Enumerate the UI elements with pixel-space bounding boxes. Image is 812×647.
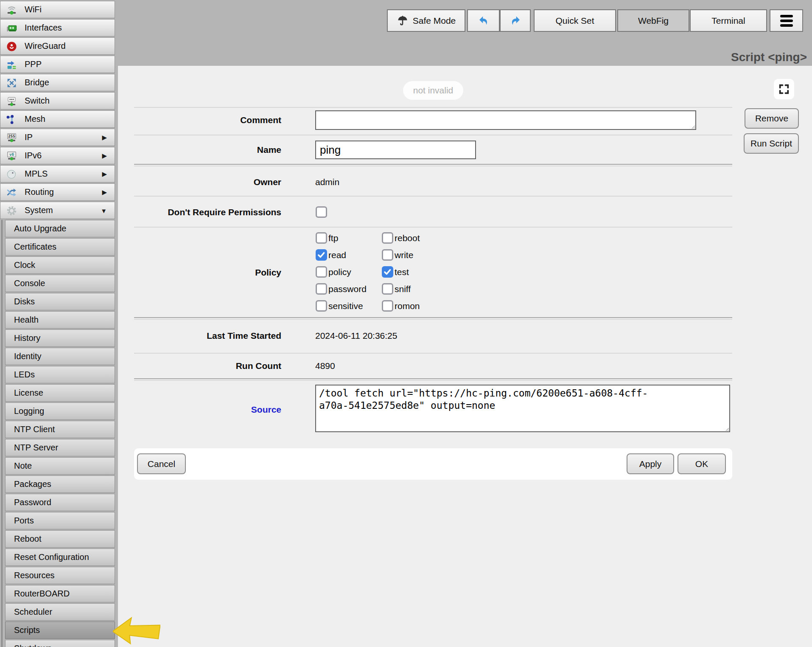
sidebar-item-ip[interactable]: 255IP▶ xyxy=(0,129,115,146)
sidebar-item-label: Note xyxy=(14,461,32,471)
policy-checkbox-read[interactable] xyxy=(316,249,327,261)
divider xyxy=(134,378,732,381)
sidebar-item-label: LEDs xyxy=(14,370,35,380)
sidebar-item-ppp[interactable]: PPP xyxy=(0,56,115,73)
comment-label: Comment xyxy=(118,114,281,126)
remove-button[interactable]: Remove xyxy=(745,108,799,129)
terminal-tab[interactable]: Terminal xyxy=(690,9,767,32)
sidebar-item-license[interactable]: License xyxy=(5,384,115,402)
policy-checkbox-sensitive[interactable] xyxy=(316,300,327,312)
sidebar-item-leds[interactable]: LEDs xyxy=(5,366,115,383)
sidebar-item-system[interactable]: System▼ xyxy=(0,202,115,219)
sidebar-item-label: Logging xyxy=(14,406,44,416)
sidebar-item-reset-configuration[interactable]: Reset Configuration xyxy=(5,549,115,566)
policy-checkbox-test[interactable] xyxy=(382,266,393,278)
policy-checkbox-password[interactable] xyxy=(316,283,327,295)
sidebar-item-password[interactable]: Password xyxy=(5,494,115,511)
sidebar-item-clock[interactable]: Clock xyxy=(5,256,115,274)
sidebar-item-label: Console xyxy=(14,278,45,288)
fullscreen-button[interactable] xyxy=(774,79,794,99)
policy-checkbox-reboot[interactable] xyxy=(382,232,393,244)
ok-button[interactable]: OK xyxy=(678,453,726,474)
sidebar-item-bridge[interactable]: Bridge xyxy=(0,74,115,91)
sidebar-item-ports[interactable]: Ports xyxy=(5,512,115,529)
source-input[interactable]: /tool fetch url="https://hc-ping.com/620… xyxy=(315,385,730,432)
sidebar-item-console[interactable]: Console xyxy=(5,275,115,292)
hamburger-icon xyxy=(780,15,793,27)
policy-option-label: policy xyxy=(328,267,351,277)
sidebar-item-certificates[interactable]: Certificates xyxy=(5,238,115,256)
sidebar-item-label: Resources xyxy=(14,571,55,580)
sidebar-item-wifi[interactable]: WiFi xyxy=(0,1,115,18)
webfig-tab[interactable]: WebFig xyxy=(617,9,689,32)
policy-checkbox-sniff[interactable] xyxy=(382,283,393,295)
sidebar-item-shutdown[interactable]: Shutdown xyxy=(5,640,115,647)
svg-text:v6: v6 xyxy=(9,152,14,157)
sidebar-item-label: Scripts xyxy=(14,625,40,635)
sidebar-item-label: Reboot xyxy=(14,534,42,544)
policy-option-write: write xyxy=(382,249,458,261)
run-script-button[interactable]: Run Script xyxy=(744,133,799,154)
bottom-action-bar: Cancel Apply OK xyxy=(134,448,732,480)
sidebar-item-note[interactable]: Note xyxy=(5,457,115,475)
policy-option-label: password xyxy=(328,284,367,294)
sidebar-item-routerboard[interactable]: RouterBOARD xyxy=(5,585,115,602)
sidebar-item-scheduler[interactable]: Scheduler xyxy=(5,603,115,621)
sidebar-item-auto-upgrade[interactable]: Auto Upgrade xyxy=(5,220,115,237)
menu-button[interactable] xyxy=(770,9,803,32)
webfig-label: WebFig xyxy=(638,16,669,26)
policy-grid: ftprebootreadwritepolicytestpasswordsnif… xyxy=(316,232,458,312)
sidebar-item-label: WireGuard xyxy=(25,41,66,51)
policy-checkbox-ftp[interactable] xyxy=(316,232,327,244)
sidebar-item-history[interactable]: History xyxy=(5,329,115,347)
sidebar-item-label: Shutdown xyxy=(14,644,52,647)
policy-checkbox-romon[interactable] xyxy=(382,300,393,312)
sidebar-item-routing[interactable]: Routing▶ xyxy=(0,183,115,201)
sidebar-item-ntp-server[interactable]: NTP Server xyxy=(5,439,115,456)
sidebar-item-wireguard[interactable]: WireGuard xyxy=(0,37,115,55)
sidebar-item-identity[interactable]: Identity xyxy=(5,348,115,365)
sidebar-item-scripts[interactable]: Scripts xyxy=(5,622,115,639)
sidebar-item-packages[interactable]: Packages xyxy=(5,475,115,493)
sidebar-item-mesh[interactable]: Mesh xyxy=(0,110,115,128)
policy-label: Policy xyxy=(118,267,281,278)
sidebar-item-logging[interactable]: Logging xyxy=(5,402,115,420)
name-input[interactable] xyxy=(315,141,476,159)
sidebar-item-label: Routing xyxy=(25,187,54,197)
sidebar-item-ipv6[interactable]: v6IPv6▶ xyxy=(0,147,115,164)
policy-option-sniff: sniff xyxy=(382,283,458,295)
system-icon xyxy=(6,205,17,217)
policy-option-label: read xyxy=(328,250,346,260)
policy-option-romon: romon xyxy=(382,300,458,312)
quick-set-tab[interactable]: Quick Set xyxy=(534,9,616,32)
redo-button[interactable] xyxy=(500,9,531,32)
undo-button[interactable] xyxy=(467,9,500,32)
wifi-icon xyxy=(6,4,17,16)
sidebar-item-label: NTP Client xyxy=(14,425,55,434)
sidebar-item-mpls[interactable]: MPLS▶ xyxy=(0,165,115,183)
sidebar-item-reboot[interactable]: Reboot xyxy=(5,530,115,548)
sidebar-item-health[interactable]: Health xyxy=(5,311,115,329)
safe-mode-button[interactable]: Safe Mode xyxy=(387,9,465,32)
sidebar-item-label: PPP xyxy=(25,59,42,69)
sidebar-item-label: Health xyxy=(14,315,39,325)
interfaces-icon xyxy=(6,23,17,34)
name-label: Name xyxy=(118,144,281,156)
sidebar-item-resources[interactable]: Resources xyxy=(5,567,115,584)
chevron-right-icon: ▶ xyxy=(102,170,107,178)
run-count-label: Run Count xyxy=(118,360,281,372)
dont-require-permissions-checkbox[interactable] xyxy=(316,206,327,218)
sidebar-item-interfaces[interactable]: Interfaces xyxy=(0,19,115,37)
cancel-button[interactable]: Cancel xyxy=(137,453,186,474)
policy-checkbox-policy[interactable] xyxy=(316,266,327,278)
sidebar-item-disks[interactable]: Disks xyxy=(5,293,115,310)
sidebar: WiFiInterfacesWireGuardPPPBridgeSwitchMe… xyxy=(0,0,116,647)
sidebar-item-ntp-client[interactable]: NTP Client xyxy=(5,421,115,438)
ppp-icon xyxy=(6,59,17,70)
policy-checkbox-write[interactable] xyxy=(382,249,393,261)
policy-option-read: read xyxy=(316,249,382,261)
comment-input[interactable] xyxy=(315,110,696,130)
apply-button[interactable]: Apply xyxy=(627,453,674,474)
webfig-window: WiFiInterfacesWireGuardPPPBridgeSwitchMe… xyxy=(0,0,812,647)
sidebar-item-switch[interactable]: Switch xyxy=(0,92,115,110)
